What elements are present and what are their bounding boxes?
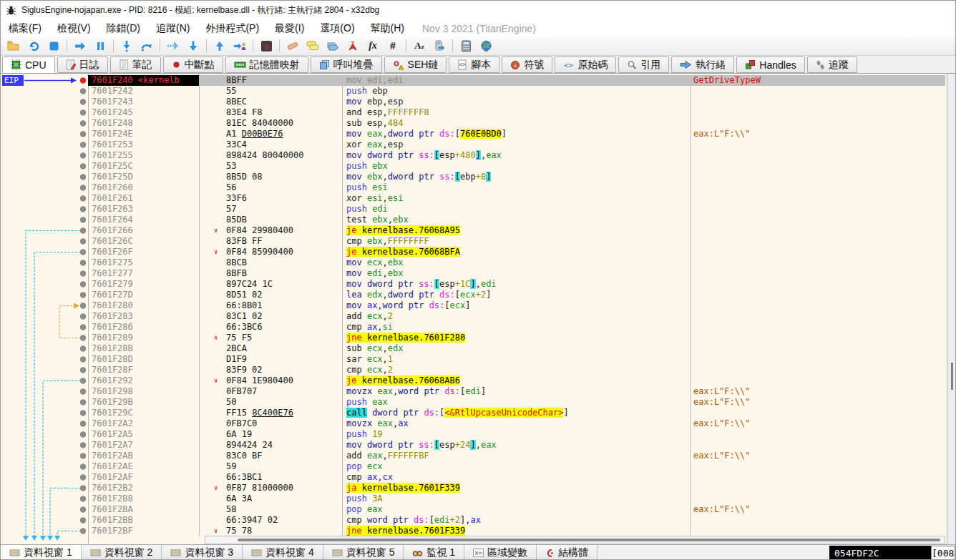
disasm-row[interactable]: 7601F292∨0F84 1E980400je kernelbase.7606… — [88, 375, 945, 386]
disasm-row[interactable]: 7601F24881EC 84040000sub esp,484 — [88, 118, 945, 129]
tab-call-stack[interactable]: 呼叫堆疊 — [311, 57, 382, 73]
disasm-row[interactable]: 7601F2758BCBmov ecx,ebx — [88, 257, 945, 268]
tab-breakpoints[interactable]: 中斷點 — [163, 57, 223, 73]
horizontal-scrollbar[interactable] — [205, 536, 945, 544]
stack-address-cell[interactable]: 054FDF2C — [829, 546, 931, 560]
tab-symbols[interactable]: a 符號 — [502, 57, 552, 73]
breakpoint-dot[interactable] — [80, 378, 86, 383]
step-into-button[interactable] — [117, 38, 136, 54]
hash-button[interactable]: # — [384, 38, 402, 54]
disasm-row[interactable]: 7601F28DD1F9sar ecx,1 — [88, 354, 945, 365]
breakpoint-dot[interactable] — [80, 367, 86, 373]
tab-dump-1[interactable]: 資料視窗 1 — [1, 545, 82, 560]
pause-button[interactable] — [91, 38, 109, 54]
tab-seh-chain[interactable]: ! SEH鏈 — [384, 57, 447, 73]
disasm-row[interactable]: 7601F26C83FB FFcmp ebx,FFFFFFFF — [88, 236, 945, 247]
breakpoint-dot[interactable] — [80, 292, 86, 298]
stack-partial-cell[interactable]: [008 — [931, 546, 955, 560]
open-file-button[interactable] — [4, 38, 23, 54]
disasm-row[interactable]: 7601F25333C4xor eax,esp — [88, 139, 945, 150]
disasm-row[interactable]: 7601F2980FB707movzx eax,word ptr ds:[edi… — [88, 386, 945, 397]
breakpoint-dot[interactable] — [80, 335, 86, 340]
breakpoint-dot[interactable] — [80, 260, 86, 265]
menu-view[interactable]: 檢視(V) — [49, 21, 99, 36]
disasm-row[interactable]: 7601F2AB83C0 BFadd eax,FFFFFFBFeax:L"F:\… — [88, 451, 945, 461]
disasm-row[interactable]: 7601F2B2∨0F87 81000000ja kernelbase.7601… — [88, 483, 945, 493]
execute-till-return-button[interactable] — [184, 38, 203, 54]
disasm-row[interactable]: 7601F2A20FB7C0movzx eax,axeax:L"F:\\" — [88, 418, 945, 429]
disasm-row[interactable]: 7601F28F83F9 02cmp ecx,2 — [88, 365, 945, 375]
menu-favourites[interactable]: 最愛(I) — [267, 21, 312, 36]
tab-locals[interactable]: x= 區域變數 — [464, 545, 537, 560]
disasm-row[interactable]: 7601F26133F6xor esi,esi — [88, 193, 945, 204]
disasm-row[interactable]: 7601F24EA1 D00B0E76mov eax,dword ptr ds:… — [88, 129, 945, 139]
comment-button[interactable] — [303, 38, 322, 54]
tab-watch-1[interactable]: 監視 1 — [404, 545, 464, 560]
step-over-button[interactable] — [137, 38, 156, 54]
preferences-globe-button[interactable] — [477, 38, 495, 54]
menu-trace[interactable]: 追蹤(N) — [148, 21, 197, 36]
disasm-row[interactable]: 7601F26485DBtest ebx,ebx — [88, 215, 945, 225]
stop-button[interactable] — [44, 38, 63, 54]
breakpoint-dot[interactable] — [80, 474, 86, 480]
disasm-row[interactable]: 7601F25C53push ebx — [88, 161, 945, 172]
menu-plugins[interactable]: 外掛程式(P) — [197, 21, 267, 36]
trace-into-button[interactable] — [164, 38, 182, 54]
breakpoint-dot[interactable] — [80, 421, 86, 426]
tab-dump-3[interactable]: 資料視窗 3 — [162, 545, 243, 560]
disasm-row[interactable]: 7601F29CFF15 8C400E76call dword ptr ds:[… — [88, 408, 945, 418]
breakpoint-dot[interactable] — [80, 270, 86, 276]
label-button[interactable] — [323, 38, 342, 54]
disasm-row[interactable]: 7601F25D8B5D 08mov ebx,dword ptr ss:[ebp… — [88, 172, 945, 182]
disasm-row[interactable]: 7601F28B2BCAsub ecx,edx — [88, 343, 945, 354]
disasm-row[interactable]: 7601F2438BECmov ebp,esp — [88, 97, 945, 107]
disasm-row[interactable]: 7601F24255push ebp — [88, 86, 945, 97]
breakpoint-dot[interactable] — [80, 303, 86, 308]
tab-handles[interactable]: Handles — [736, 57, 804, 73]
disasm-row[interactable]: 7601F240 <kernelb8BFFmov edi,ediGetDrive… — [88, 75, 945, 86]
attach-button[interactable] — [430, 38, 449, 54]
disasm-row[interactable]: 7601F2BB66:3947 02cmp word ptr ds:[edi+2… — [88, 515, 945, 526]
breakpoint-dot[interactable] — [80, 227, 86, 233]
disasm-row[interactable]: 7601F24583E4 F8and esp,FFFFFFF8 — [88, 107, 945, 118]
disasm-row[interactable]: 7601F26056push esi — [88, 182, 945, 193]
disasm-row[interactable]: 7601F2AE59pop ecx — [88, 461, 945, 472]
disasm-row[interactable]: 7601F2A56A 19push 19 — [88, 429, 945, 440]
fx-button[interactable]: fx — [364, 38, 382, 54]
tab-struct[interactable]: 結構體 — [537, 545, 598, 560]
vertical-scrollbar[interactable] — [947, 74, 956, 545]
tab-threads[interactable]: 執行緒 — [671, 57, 734, 73]
breakpoint-dot[interactable] — [80, 528, 86, 534]
breakpoint-dot[interactable] — [80, 345, 86, 351]
bookmark-button[interactable] — [343, 38, 362, 54]
breakpoint-dot[interactable] — [80, 185, 86, 190]
breakpoint-dot[interactable] — [80, 485, 86, 491]
disasm-row[interactable]: 7601F279897C24 1Cmov dword ptr ss:[esp+1… — [88, 279, 945, 290]
menu-file[interactable]: 檔案(F) — [1, 21, 49, 36]
breakpoint-dot[interactable] — [80, 131, 86, 137]
breakpoint-dot[interactable] — [80, 88, 86, 94]
breakpoint-dot[interactable] — [80, 410, 86, 416]
disasm-row[interactable]: 7601F28066:8B01mov ax,word ptr ds:[ecx] — [88, 300, 945, 311]
breakpoint-dot[interactable] — [80, 249, 86, 255]
tab-dump-4[interactable]: 資料視窗 4 — [243, 545, 323, 560]
breakpoint-dot[interactable] — [80, 120, 86, 126]
breakpoint-dot[interactable] — [80, 463, 86, 469]
menu-debug[interactable]: 除錯(D) — [99, 21, 148, 36]
breakpoint-dot-active[interactable] — [80, 77, 86, 83]
horizontal-scrollbar-thumb[interactable] — [238, 539, 940, 541]
breakpoint-dot[interactable] — [80, 281, 86, 287]
tab-references[interactable]: 引用 — [618, 57, 669, 73]
tab-trace[interactable]: 追蹤 — [807, 57, 857, 73]
disasm-row[interactable]: 7601F26357push edi — [88, 204, 945, 215]
disasm-row[interactable]: 7601F266∨0F84 29980400je kernelbase.7606… — [88, 225, 945, 236]
breakpoint-dot[interactable] — [80, 99, 86, 104]
tab-log[interactable]: 日誌 — [57, 57, 108, 73]
breakpoint-dot[interactable] — [80, 163, 86, 169]
breakpoint-dot[interactable] — [80, 109, 86, 115]
breakpoint-dot[interactable] — [80, 152, 86, 158]
calculator-button[interactable] — [457, 38, 475, 54]
breakpoint-dot[interactable] — [80, 431, 86, 437]
disasm-row[interactable]: 7601F2BA58pop eaxeax:L"F:\\" — [88, 504, 945, 515]
vertical-scrollbar-thumb[interactable] — [951, 363, 953, 390]
